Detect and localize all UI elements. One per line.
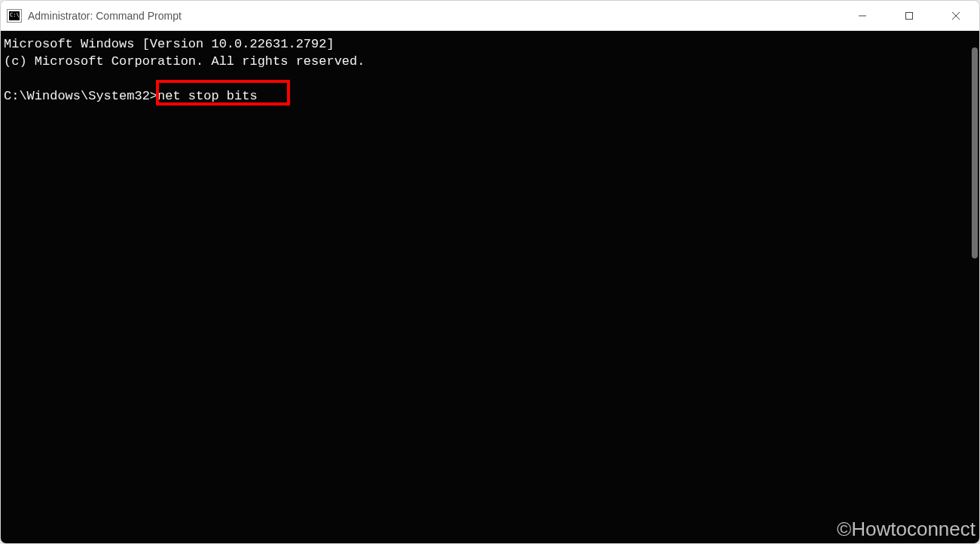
maximize-button[interactable] xyxy=(886,1,933,30)
window-controls xyxy=(839,1,979,30)
titlebar[interactable]: Administrator: Command Prompt xyxy=(1,1,979,31)
cmd-icon xyxy=(7,9,22,23)
minimize-button[interactable] xyxy=(839,1,886,30)
console-area[interactable]: Microsoft Windows [Version 10.0.22631.27… xyxy=(1,31,979,543)
scrollbar-thumb[interactable] xyxy=(972,47,978,258)
titlebar-left: Administrator: Command Prompt xyxy=(1,9,839,23)
version-line: Microsoft Windows [Version 10.0.22631.27… xyxy=(4,37,334,51)
vertical-scrollbar[interactable] xyxy=(967,32,978,542)
close-button[interactable] xyxy=(933,1,979,30)
console-output: Microsoft Windows [Version 10.0.22631.27… xyxy=(1,31,979,109)
svg-rect-1 xyxy=(906,12,913,19)
minimize-icon xyxy=(858,11,867,20)
command-prompt-window: Administrator: Command Prompt Microsoft … xyxy=(0,0,980,544)
close-icon xyxy=(951,11,960,20)
typed-command: net stop bits xyxy=(157,89,258,103)
copyright-line: (c) Microsoft Corporation. All rights re… xyxy=(4,54,365,69)
window-title: Administrator: Command Prompt xyxy=(28,10,182,22)
prompt-path: C:\Windows\System32> xyxy=(4,89,157,103)
maximize-icon xyxy=(905,11,914,20)
